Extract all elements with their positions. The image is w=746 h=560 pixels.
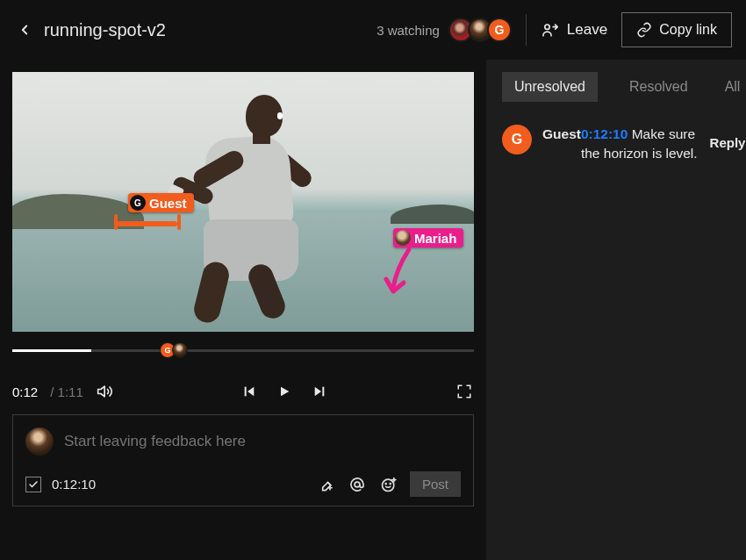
volume-icon bbox=[97, 383, 114, 400]
mariah-tag-label: Mariah bbox=[414, 231, 456, 246]
annotation-arrow bbox=[384, 248, 428, 300]
volume-button[interactable] bbox=[96, 382, 115, 401]
svg-point-0 bbox=[545, 25, 549, 29]
emoji-button[interactable] bbox=[378, 474, 399, 495]
fullscreen-icon bbox=[456, 384, 472, 399]
guest-mini-avatar: G bbox=[130, 195, 146, 211]
composer-avatar bbox=[25, 427, 54, 456]
watching-count: 3 watching bbox=[377, 23, 440, 38]
annotation-cursor-guest: G Guest bbox=[128, 193, 194, 212]
marker-avatar-mariah bbox=[172, 342, 188, 358]
next-frame-icon bbox=[312, 384, 326, 398]
feedback-input[interactable] bbox=[64, 433, 461, 450]
tab-all[interactable]: All bbox=[720, 72, 746, 102]
duration: 1:11 bbox=[58, 384, 83, 399]
svg-marker-5 bbox=[315, 387, 321, 397]
next-frame-button[interactable] bbox=[310, 382, 329, 401]
comment-author: Guest bbox=[542, 125, 581, 560]
svg-rect-2 bbox=[245, 387, 247, 397]
comment-timestamp[interactable]: 0:12:10 bbox=[581, 126, 628, 141]
back-button[interactable] bbox=[14, 19, 35, 40]
scrubber-marker[interactable]: G bbox=[160, 342, 188, 358]
check-icon bbox=[28, 479, 39, 490]
mariah-mini-avatar bbox=[395, 230, 411, 246]
copy-link-button[interactable]: Copy link bbox=[621, 12, 732, 47]
reply-button[interactable]: Reply bbox=[710, 133, 746, 560]
svg-marker-4 bbox=[281, 387, 289, 397]
draw-button[interactable] bbox=[315, 474, 336, 495]
leave-button[interactable]: Leave bbox=[541, 21, 607, 39]
composer-post-button[interactable]: Post bbox=[410, 471, 461, 497]
player-controls: 0:12 / 1:11 bbox=[12, 379, 474, 404]
prev-frame-button[interactable] bbox=[240, 382, 259, 401]
timestamp-checkbox[interactable] bbox=[25, 477, 41, 492]
pencil-icon bbox=[317, 476, 334, 493]
annotation-tick bbox=[177, 214, 181, 230]
svg-marker-1 bbox=[97, 386, 104, 397]
annotation-line bbox=[116, 221, 177, 226]
guest-tag-label: Guest bbox=[149, 196, 187, 211]
annotation-cursor-mariah: Mariah bbox=[393, 228, 463, 248]
project-title: running-spot-v2 bbox=[44, 20, 166, 40]
video-viewport[interactable]: G Guest Mariah bbox=[12, 72, 474, 332]
leave-icon bbox=[541, 21, 558, 39]
current-time: 0:12 bbox=[12, 384, 38, 399]
svg-point-9 bbox=[385, 483, 386, 484]
tab-unresolved[interactable]: Unresolved bbox=[502, 72, 598, 102]
mention-button[interactable] bbox=[347, 474, 368, 495]
prev-frame-icon bbox=[242, 384, 256, 398]
comments-sidebar: Unresolved Resolved All G Guest 0:12:10 … bbox=[486, 60, 746, 560]
tab-resolved[interactable]: Resolved bbox=[617, 72, 700, 102]
leave-label: Leave bbox=[567, 21, 607, 39]
svg-rect-6 bbox=[323, 387, 325, 397]
divider bbox=[526, 14, 527, 46]
watcher-avatars: G bbox=[454, 18, 512, 42]
at-icon bbox=[348, 476, 366, 493]
svg-marker-3 bbox=[247, 387, 254, 397]
guest-avatar: G bbox=[487, 18, 512, 42]
play-button[interactable] bbox=[275, 382, 294, 401]
feedback-composer: 0:12:10 Post bbox=[12, 414, 474, 506]
svg-point-7 bbox=[355, 482, 360, 487]
header-bar: running-spot-v2 3 watching G Leave Copy … bbox=[0, 0, 746, 60]
emoji-plus-icon bbox=[380, 476, 398, 493]
scrubber[interactable]: G bbox=[12, 342, 474, 369]
link-icon bbox=[636, 22, 652, 38]
composer-timestamp: 0:12:10 bbox=[52, 477, 96, 492]
copy-link-label: Copy link bbox=[659, 22, 717, 38]
comment-avatar: G bbox=[502, 125, 532, 154]
play-icon bbox=[277, 384, 291, 398]
fullscreen-button[interactable] bbox=[455, 382, 474, 401]
comment-item[interactable]: G Guest 0:12:10 Make sure the horizon is… bbox=[486, 111, 746, 560]
svg-point-10 bbox=[390, 483, 391, 484]
comment-filter-tabs: Unresolved Resolved All bbox=[486, 60, 746, 111]
svg-point-8 bbox=[382, 479, 393, 491]
